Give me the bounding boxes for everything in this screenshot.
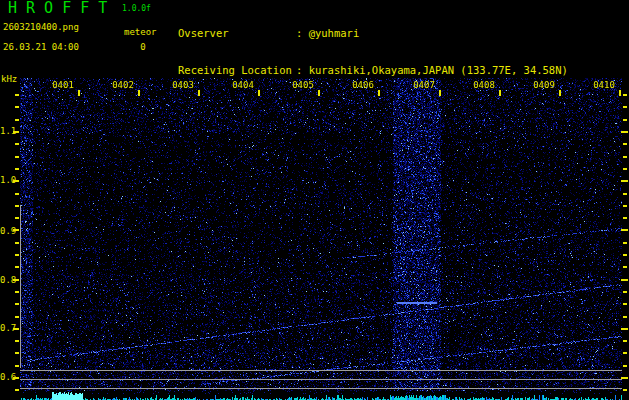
spectrogram-canvas: [20, 78, 622, 391]
observation-datetime: 26.03.21 04:00: [3, 42, 79, 52]
freq-minor-tick-left: [15, 291, 19, 293]
freq-minor-tick-left: [15, 193, 19, 195]
hrofft-window: H R O F F T 1.0.0f 2603210400.png meteor…: [0, 0, 629, 400]
freq-minor-tick-right: [623, 106, 627, 108]
time-tick: [499, 90, 501, 96]
time-tick: [318, 90, 320, 96]
info-row-observer: Ovserver: @yuhmari: [178, 27, 568, 39]
time-label: 0403: [163, 80, 203, 90]
freq-minor-tick-right: [623, 205, 627, 207]
freq-minor-tick-right: [623, 217, 627, 219]
time-tick: [138, 90, 140, 96]
freq-minor-tick-left: [15, 205, 19, 207]
freq-major-tick-left: [13, 131, 19, 133]
time-label: 0404: [223, 80, 263, 90]
info-separator: :: [296, 64, 309, 76]
time-tick: [439, 90, 441, 96]
info-separator: :: [296, 27, 309, 39]
time-label: 0406: [343, 80, 383, 90]
freq-major-tick-right: [621, 328, 628, 330]
freq-major-tick-right: [621, 279, 628, 281]
time-tick: [78, 90, 80, 96]
time-tick: [258, 90, 260, 96]
freq-minor-tick-right: [623, 266, 627, 268]
freq-minor-tick-right: [623, 193, 627, 195]
info-label: Receiving Location: [178, 64, 296, 76]
freq-major-tick-right: [621, 377, 628, 379]
meteor-count-value: 0: [125, 42, 161, 52]
time-tick: [198, 90, 200, 96]
time-label: 0407: [404, 80, 444, 90]
freq-minor-tick-right: [623, 389, 627, 391]
freq-major-tick-right: [621, 180, 628, 182]
info-value: @yuhmari: [309, 27, 360, 39]
freq-minor-tick-left: [15, 217, 19, 219]
time-tick: [559, 90, 561, 96]
time-label: 0405: [283, 80, 323, 90]
freq-minor-tick-left: [15, 106, 19, 108]
time-tick: [619, 90, 621, 96]
freq-minor-tick-right: [623, 119, 627, 121]
time-label: 0409: [524, 80, 564, 90]
freq-minor-tick-left: [15, 303, 19, 305]
time-label: 0402: [103, 80, 143, 90]
info-label: Ovserver: [178, 27, 296, 39]
freq-axis-unit: kHz: [1, 74, 17, 84]
freq-label: 0.6: [0, 372, 14, 382]
freq-minor-tick-left: [15, 143, 19, 145]
freq-minor-tick-left: [15, 389, 19, 391]
freq-minor-tick-right: [623, 143, 627, 145]
freq-minor-tick-left: [15, 266, 19, 268]
time-label: 0401: [43, 80, 83, 90]
freq-minor-tick-right: [623, 168, 627, 170]
freq-minor-tick-left: [15, 254, 19, 256]
app-version: 1.0.0f: [122, 4, 151, 13]
freq-minor-tick-left: [15, 168, 19, 170]
freq-minor-tick-right: [623, 352, 627, 354]
freq-label: 1.0: [0, 175, 14, 185]
freq-minor-tick-right: [623, 303, 627, 305]
freq-minor-tick-left: [15, 352, 19, 354]
signal-strip-canvas: [20, 391, 622, 400]
freq-major-tick-left: [13, 279, 19, 281]
freq-major-tick-right: [621, 131, 628, 133]
freq-major-tick-left: [13, 377, 19, 379]
time-label: 0410: [584, 80, 624, 90]
freq-minor-tick-right: [623, 94, 627, 96]
freq-minor-tick-right: [623, 365, 627, 367]
freq-minor-tick-right: [623, 242, 627, 244]
output-filename: 2603210400.png: [3, 22, 79, 32]
time-label: 0408: [464, 80, 504, 90]
freq-minor-tick-left: [15, 156, 19, 158]
freq-major-tick-right: [621, 229, 628, 231]
freq-minor-tick-right: [623, 254, 627, 256]
freq-label: 0.9: [0, 226, 14, 236]
freq-minor-tick-left: [15, 242, 19, 244]
freq-minor-tick-left: [15, 340, 19, 342]
freq-major-tick-left: [13, 180, 19, 182]
info-row-location: Receiving Location: kurashiki,Okayama,JA…: [178, 64, 568, 76]
freq-minor-tick-right: [623, 156, 627, 158]
info-value: kurashiki,Okayama,JAPAN (133.77E, 34.58N…: [309, 64, 568, 76]
freq-minor-tick-left: [15, 94, 19, 96]
freq-major-tick-left: [13, 229, 19, 231]
freq-minor-tick-right: [623, 340, 627, 342]
freq-minor-tick-left: [15, 316, 19, 318]
freq-label: 0.7: [0, 323, 14, 333]
freq-major-tick-left: [13, 328, 19, 330]
freq-minor-tick-left: [15, 365, 19, 367]
time-tick: [378, 90, 380, 96]
freq-minor-tick-right: [623, 291, 627, 293]
app-title: H R O F F T: [8, 2, 107, 15]
freq-label: 1.1: [0, 126, 14, 136]
meteor-counter-label: meteor: [124, 27, 157, 37]
freq-label: 0.8: [0, 275, 14, 285]
freq-minor-tick-right: [623, 316, 627, 318]
freq-minor-tick-left: [15, 119, 19, 121]
